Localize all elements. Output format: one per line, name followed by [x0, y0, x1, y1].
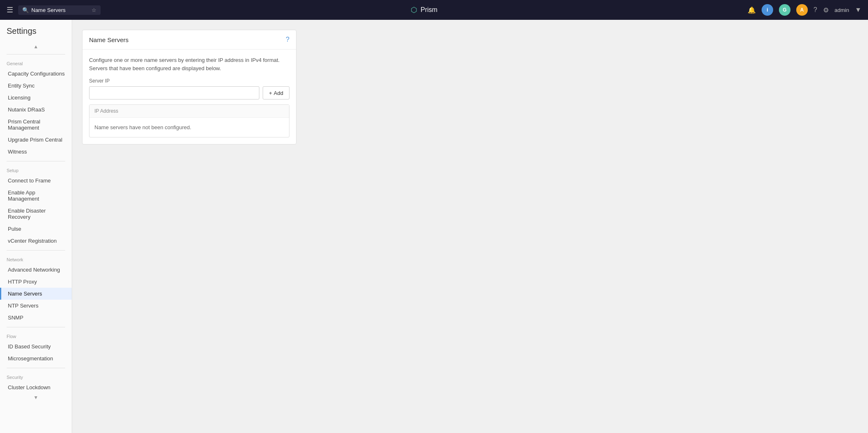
sidebar-item-enable-app-management[interactable]: Enable App Management — [0, 187, 72, 205]
user-circle-green[interactable]: G — [779, 4, 790, 16]
divider-general — [7, 54, 65, 54]
info-circle[interactable]: i — [762, 4, 773, 16]
sidebar-item-microsegmentation[interactable]: Microsegmentation — [0, 353, 72, 364]
sidebar-item-http-proxy[interactable]: HTTP Proxy — [0, 276, 72, 288]
sidebar-item-upgrade-prism-central[interactable]: Upgrade Prism Central — [0, 134, 72, 146]
empty-message: Name servers have not been configured. — [89, 118, 289, 137]
main-content: Name Servers ? Configure one or more nam… — [72, 20, 868, 433]
sidebar-item-vcenter-registration[interactable]: vCenter Registration — [0, 235, 72, 247]
scroll-up-arrow[interactable]: ▲ — [33, 44, 38, 49]
scroll-down-arrow[interactable]: ▼ — [33, 395, 38, 400]
divider-flow — [7, 327, 65, 327]
app-title: Prism — [421, 6, 438, 14]
add-button[interactable]: + Add — [263, 86, 289, 99]
sidebar-item-snmp[interactable]: SNMP — [0, 312, 72, 324]
bell-icon[interactable]: 🔔 — [748, 6, 756, 14]
main-layout: Settings ▲ General Capacity Configuratio… — [0, 20, 868, 433]
sidebar-item-ntp-servers[interactable]: NTP Servers — [0, 300, 72, 312]
divider-setup — [7, 161, 65, 161]
admin-label[interactable]: admin — [835, 7, 849, 13]
sidebar: Settings ▲ General Capacity Configuratio… — [0, 20, 72, 433]
ip-address-table: IP Address Name servers have not been co… — [89, 104, 289, 137]
server-ip-row: + Add — [89, 86, 289, 99]
sidebar-item-advanced-networking[interactable]: Advanced Networking — [0, 264, 72, 276]
scroll-down-indicator: ▼ — [0, 393, 72, 402]
user-icon-yellow: A — [800, 7, 804, 13]
server-ip-label: Server IP — [89, 78, 289, 84]
sidebar-item-nutanix-draas[interactable]: Nutanix DRaaS — [0, 104, 72, 116]
help-icon[interactable]: ? — [286, 36, 289, 43]
hamburger-menu[interactable]: ☰ — [7, 5, 13, 14]
sidebar-item-connect-to-frame[interactable]: Connect to Frame — [0, 175, 72, 187]
panel-title: Name Servers — [89, 36, 129, 43]
scroll-up-indicator: ▲ — [0, 43, 72, 51]
info-icon: i — [767, 7, 768, 13]
sidebar-item-pulse[interactable]: Pulse — [0, 223, 72, 235]
sidebar-item-enable-disaster-recovery[interactable]: Enable Disaster Recovery — [0, 205, 72, 223]
page-title: Settings — [0, 26, 72, 43]
panel-header: Name Servers ? — [82, 30, 296, 50]
topnav-center: ⬡ Prism — [101, 5, 748, 14]
section-label-network: Network — [0, 254, 72, 264]
info-text: Configure one or more name servers by en… — [89, 56, 289, 72]
search-icon: 🔍 — [22, 7, 29, 13]
sidebar-item-name-servers[interactable]: Name Servers — [0, 288, 72, 300]
ip-address-column-header: IP Address — [89, 105, 289, 118]
sidebar-item-licensing[interactable]: Licensing — [0, 92, 72, 104]
user-circle-yellow[interactable]: A — [796, 4, 808, 16]
question-icon[interactable]: ? — [814, 6, 817, 14]
add-label: Add — [274, 90, 283, 96]
section-label-flow: Flow — [0, 331, 72, 341]
search-box[interactable]: 🔍 ☆ — [18, 5, 101, 15]
sidebar-item-capacity-configurations[interactable]: Capacity Configurations — [0, 68, 72, 80]
search-input[interactable] — [31, 7, 89, 13]
admin-chevron-icon[interactable]: ▼ — [855, 6, 861, 14]
section-label-general: General — [0, 58, 72, 68]
sidebar-item-id-based-security[interactable]: ID Based Security — [0, 341, 72, 353]
star-icon[interactable]: ☆ — [92, 7, 96, 13]
topnav-right: 🔔 i G A ? ⚙ admin ▼ — [748, 4, 861, 16]
name-servers-panel: Name Servers ? Configure one or more nam… — [82, 30, 296, 144]
divider-security — [7, 368, 65, 368]
divider-network — [7, 250, 65, 251]
section-label-setup: Setup — [0, 165, 72, 175]
panel-body: Configure one or more name servers by en… — [82, 50, 296, 144]
topnav-left: ☰ 🔍 ☆ — [7, 5, 101, 15]
server-ip-input[interactable] — [89, 86, 259, 99]
sidebar-item-prism-central-management[interactable]: Prism Central Management — [0, 116, 72, 134]
sidebar-item-witness[interactable]: Witness — [0, 146, 72, 158]
settings-icon[interactable]: ⚙ — [823, 6, 829, 14]
top-navigation: ☰ 🔍 ☆ ⬡ Prism 🔔 i G A ? ⚙ admin ▼ — [0, 0, 868, 20]
prism-logo-icon: ⬡ — [411, 5, 417, 14]
section-label-security: Security — [0, 371, 72, 381]
sidebar-item-entity-sync[interactable]: Entity Sync — [0, 80, 72, 92]
sidebar-item-cluster-lockdown[interactable]: Cluster Lockdown — [0, 381, 72, 393]
add-icon: + — [269, 90, 272, 96]
user-icon-green: G — [783, 7, 786, 13]
